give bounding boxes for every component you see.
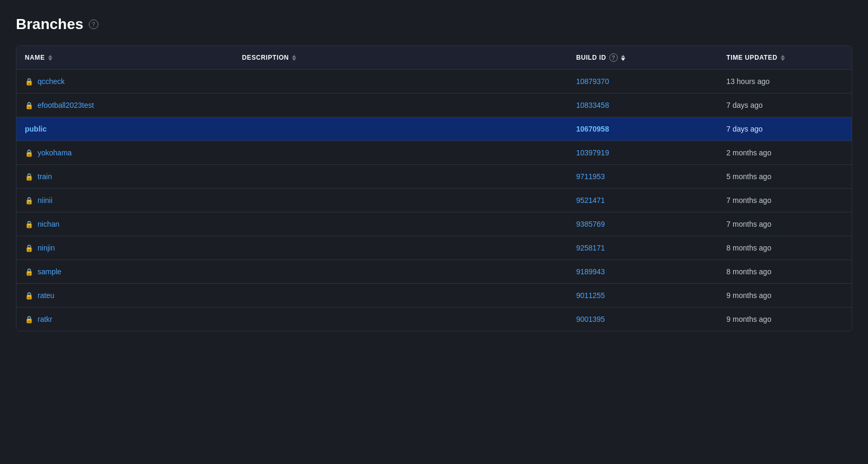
cell-buildid: 10670958 [568, 117, 718, 141]
table-row[interactable]: 🔒yokohama103979192 months ago [16, 141, 852, 165]
lock-icon: 🔒 [25, 149, 33, 157]
col-header-time[interactable]: TIME UPDATED [718, 46, 852, 70]
sort-time-icon [781, 55, 785, 61]
sort-description-icon [292, 55, 296, 61]
table-row[interactable]: 🔒train97119535 months ago [16, 165, 852, 189]
cell-description [234, 308, 568, 331]
cell-description [234, 94, 568, 117]
cell-time: 7 months ago [718, 212, 852, 236]
time-updated-text: 13 hours ago [726, 77, 770, 86]
cell-name: public [16, 117, 234, 141]
cell-description [234, 284, 568, 308]
time-updated-text: 7 months ago [726, 196, 771, 205]
lock-icon: 🔒 [25, 315, 33, 323]
cell-buildid: 9385769 [568, 212, 718, 236]
cell-time: 9 months ago [718, 308, 852, 331]
branch-name-link[interactable]: yokohama [38, 149, 72, 157]
cell-buildid: 9011255 [568, 284, 718, 308]
table-row[interactable]: 🔒nichan93857697 months ago [16, 212, 852, 236]
table-row[interactable]: 🔒efootball2023test108334587 days ago [16, 94, 852, 117]
cell-buildid: 10879370 [568, 70, 718, 94]
cell-name: 🔒qccheck [16, 70, 234, 94]
sort-name-icon [48, 55, 52, 61]
cell-description [234, 117, 568, 141]
branches-table-container: NAME DESCRIPTION [16, 45, 852, 331]
cell-name: 🔒sample [16, 260, 234, 284]
branch-name-link[interactable]: ninjin [38, 244, 55, 252]
lock-icon: 🔒 [25, 197, 33, 205]
cell-description [234, 70, 568, 94]
branch-name-link[interactable]: niinii [38, 196, 52, 205]
cell-buildid: 10397919 [568, 141, 718, 165]
table-row[interactable]: 🔒niinii95214717 months ago [16, 189, 852, 212]
table-body: 🔒qccheck1087937013 hours ago🔒efootball20… [16, 70, 852, 331]
build-id-link[interactable]: 9001395 [576, 315, 605, 323]
branch-name-link[interactable]: sample [38, 267, 61, 276]
lock-icon: 🔒 [25, 220, 33, 228]
cell-time: 5 months ago [718, 165, 852, 189]
lock-icon: 🔒 [25, 268, 33, 276]
cell-time: 7 days ago [718, 94, 852, 117]
table-row[interactable]: 🔒ninjin92581718 months ago [16, 236, 852, 260]
cell-time: 9 months ago [718, 284, 852, 308]
col-header-buildid[interactable]: BUILD ID ? [568, 46, 718, 70]
cell-time: 13 hours ago [718, 70, 852, 94]
cell-name: 🔒train [16, 165, 234, 189]
build-id-link[interactable]: 10397919 [576, 149, 609, 157]
branch-name-link[interactable]: nichan [38, 220, 59, 228]
lock-icon: 🔒 [25, 101, 33, 109]
branch-name-link[interactable]: ratkr [38, 315, 52, 323]
time-updated-text: 9 months ago [726, 315, 771, 323]
cell-name: 🔒efootball2023test [16, 94, 234, 117]
table-row[interactable]: 🔒rateu90112559 months ago [16, 284, 852, 308]
cell-description [234, 165, 568, 189]
build-id-link[interactable]: 9711953 [576, 172, 605, 181]
branch-name-link[interactable]: public [25, 125, 47, 133]
cell-name: 🔒yokohama [16, 141, 234, 165]
table-row[interactable]: public106709587 days ago [16, 117, 852, 141]
table-row[interactable]: 🔒sample91899438 months ago [16, 260, 852, 284]
branch-name-link[interactable]: qccheck [38, 77, 65, 86]
cell-name: 🔒niinii [16, 189, 234, 212]
cell-time: 7 days ago [718, 117, 852, 141]
time-updated-text: 7 days ago [726, 125, 763, 133]
time-updated-text: 2 months ago [726, 149, 771, 157]
cell-buildid: 9189943 [568, 260, 718, 284]
sort-buildid-icon [621, 55, 625, 61]
cell-name: 🔒rateu [16, 284, 234, 308]
cell-name: 🔒nichan [16, 212, 234, 236]
build-id-link[interactable]: 9011255 [576, 291, 605, 300]
cell-description [234, 141, 568, 165]
cell-buildid: 9258171 [568, 236, 718, 260]
build-id-link[interactable]: 9189943 [576, 267, 605, 276]
col-header-description[interactable]: DESCRIPTION [234, 46, 568, 70]
cell-buildid: 10833458 [568, 94, 718, 117]
page-title: Branches ? [16, 16, 852, 33]
cell-buildid: 9711953 [568, 165, 718, 189]
lock-icon: 🔒 [25, 292, 33, 300]
time-updated-text: 8 months ago [726, 244, 771, 252]
cell-time: 7 months ago [718, 189, 852, 212]
branch-name-link[interactable]: rateu [38, 291, 54, 300]
table-row[interactable]: 🔒ratkr90013959 months ago [16, 308, 852, 331]
build-id-link[interactable]: 10670958 [576, 125, 609, 133]
build-id-link[interactable]: 9521471 [576, 196, 605, 205]
table-row[interactable]: 🔒qccheck1087937013 hours ago [16, 70, 852, 94]
cell-name: 🔒ninjin [16, 236, 234, 260]
cell-description [234, 236, 568, 260]
buildid-help-icon[interactable]: ? [609, 53, 618, 62]
cell-buildid: 9521471 [568, 189, 718, 212]
col-header-name[interactable]: NAME [16, 46, 234, 70]
lock-icon: 🔒 [25, 244, 33, 252]
build-id-link[interactable]: 9258171 [576, 244, 605, 252]
time-updated-text: 7 months ago [726, 220, 771, 228]
time-updated-text: 7 days ago [726, 101, 763, 109]
cell-name: 🔒ratkr [16, 308, 234, 331]
branch-name-link[interactable]: efootball2023test [38, 101, 94, 109]
build-id-link[interactable]: 10879370 [576, 77, 609, 86]
title-help-icon[interactable]: ? [89, 20, 98, 29]
build-id-link[interactable]: 10833458 [576, 101, 609, 109]
build-id-link[interactable]: 9385769 [576, 220, 605, 228]
branch-name-link[interactable]: train [38, 172, 52, 181]
time-updated-text: 8 months ago [726, 267, 771, 276]
